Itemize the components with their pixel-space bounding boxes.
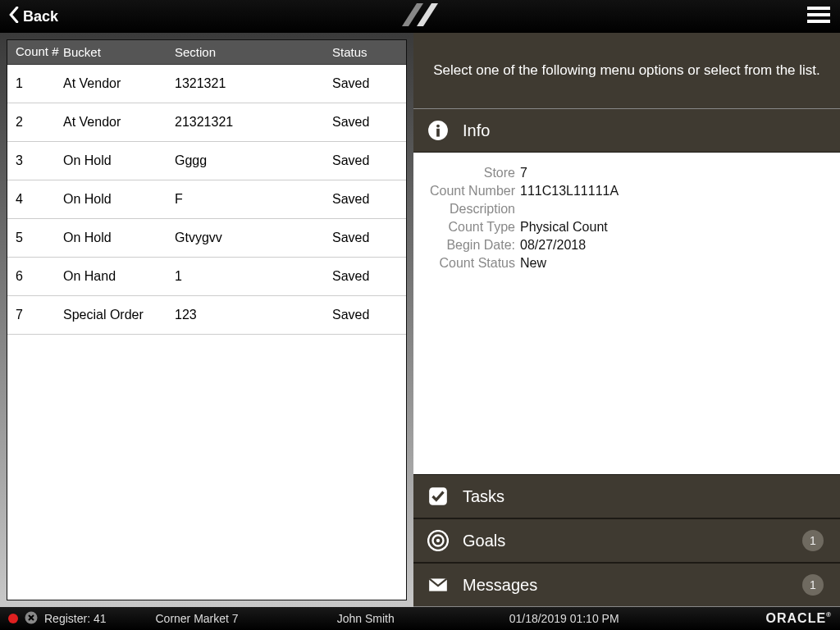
table-row[interactable]: 1At Vendor1321321Saved (7, 65, 406, 103)
lbl-desc: Description (425, 202, 515, 217)
datetime: 01/18/2019 01:10 PM (509, 612, 619, 625)
top-bar: Back (0, 0, 840, 33)
cell-status: Saved (332, 192, 398, 207)
table-row[interactable]: 7Special Order123Saved (7, 296, 406, 335)
col-count: Count # (16, 45, 63, 59)
svg-rect-0 (807, 7, 830, 10)
right-pane: Select one of the following menu options… (413, 33, 840, 607)
brand-label: ORACLE® (766, 611, 832, 626)
lbl-status: Count Status (425, 256, 515, 271)
val-status: New (520, 256, 546, 271)
lbl-begin: Begin Date: (425, 238, 515, 253)
cell-count: 4 (16, 192, 63, 207)
cell-status: Saved (332, 76, 398, 91)
envelope-icon (427, 573, 450, 596)
store-name: Corner Market 7 (155, 612, 238, 625)
back-label: Back (23, 8, 58, 25)
info-icon (427, 119, 450, 142)
section-goals-label: Goals (463, 532, 505, 550)
cell-status: Saved (332, 153, 398, 168)
svg-rect-1 (807, 13, 830, 16)
status-dot-icon (8, 614, 18, 623)
table-row[interactable]: 3On HoldGgggSaved (7, 142, 406, 180)
val-countnum: 111C13L11111A (520, 184, 619, 199)
section-tasks[interactable]: Tasks (413, 474, 840, 518)
counts-table: Count # Bucket Section Status 1At Vendor… (7, 39, 407, 600)
cell-bucket: At Vendor (63, 115, 175, 130)
cell-section: 21321321 (175, 115, 332, 130)
table-row[interactable]: 5On HoldGtvygvvSaved (7, 219, 406, 258)
table-row[interactable]: 6On Hand1Saved (7, 258, 406, 296)
section-info-label: Info (463, 121, 490, 140)
cell-status: Saved (332, 231, 398, 245)
cell-bucket: On Hold (63, 192, 175, 207)
section-tasks-label: Tasks (463, 487, 504, 506)
svg-rect-5 (436, 129, 440, 137)
cell-status: Saved (332, 269, 398, 284)
col-section: Section (175, 45, 332, 59)
messages-badge: 1 (802, 574, 824, 596)
section-messages[interactable]: Messages 1 (413, 563, 840, 607)
chevron-left-icon (8, 7, 20, 27)
val-store: 7 (520, 166, 527, 180)
cell-count: 3 (16, 153, 63, 168)
section-messages-label: Messages (463, 576, 537, 595)
lbl-countnum: Count Number (425, 184, 515, 199)
cell-bucket: On Hold (63, 153, 175, 168)
cell-bucket: Special Order (63, 308, 175, 322)
svg-point-9 (436, 539, 440, 542)
col-status: Status (332, 45, 398, 59)
cell-count: 5 (16, 231, 63, 245)
close-icon[interactable] (25, 611, 38, 627)
user-name: John Smith (337, 612, 395, 625)
col-bucket: Bucket (63, 45, 175, 59)
back-button[interactable]: Back (8, 7, 58, 27)
instruction-text: Select one of the following menu options… (413, 33, 840, 108)
val-begin: 08/27/2018 (520, 238, 586, 253)
cell-count: 2 (16, 115, 63, 130)
cell-bucket: At Vendor (63, 76, 175, 91)
cell-section: F (175, 192, 332, 207)
cell-section: 123 (175, 308, 332, 322)
cell-section: Gtvygvv (175, 231, 332, 245)
cell-section: Gggg (175, 153, 332, 168)
table-row[interactable]: 4On HoldFSaved (7, 180, 406, 219)
target-icon (427, 529, 450, 552)
left-pane: Count # Bucket Section Status 1At Vendor… (0, 33, 413, 607)
checkbox-icon (427, 485, 450, 508)
register-label: Register: 41 (44, 612, 106, 625)
hamburger-icon (806, 5, 832, 25)
svg-rect-2 (807, 20, 830, 23)
section-info[interactable]: Info (413, 108, 840, 153)
cell-count: 6 (16, 269, 63, 284)
cell-section: 1321321 (175, 76, 332, 91)
val-type: Physical Count (520, 220, 608, 235)
cell-count: 7 (16, 308, 63, 322)
main-split: Count # Bucket Section Status 1At Vendor… (0, 33, 840, 607)
table-header: Count # Bucket Section Status (7, 40, 406, 65)
cell-bucket: On Hand (63, 269, 175, 284)
cell-count: 1 (16, 76, 63, 91)
cell-bucket: On Hold (63, 231, 175, 245)
info-panel: Store7 Count Number111C13L11111A Descrip… (413, 153, 840, 474)
cell-status: Saved (332, 308, 398, 322)
menu-button[interactable] (806, 5, 832, 28)
table-body: 1At Vendor1321321Saved2At Vendor21321321… (7, 65, 406, 600)
svg-point-4 (436, 125, 440, 128)
lbl-type: Count Type (425, 220, 515, 235)
section-goals[interactable]: Goals 1 (413, 518, 840, 563)
app-logo (400, 2, 440, 31)
table-row[interactable]: 2At Vendor21321321Saved (7, 103, 406, 142)
lbl-store: Store (425, 166, 515, 180)
goals-badge: 1 (802, 530, 824, 551)
status-bar: Register: 41 Corner Market 7 John Smith … (0, 607, 840, 630)
cell-section: 1 (175, 269, 332, 284)
cell-status: Saved (332, 115, 398, 130)
